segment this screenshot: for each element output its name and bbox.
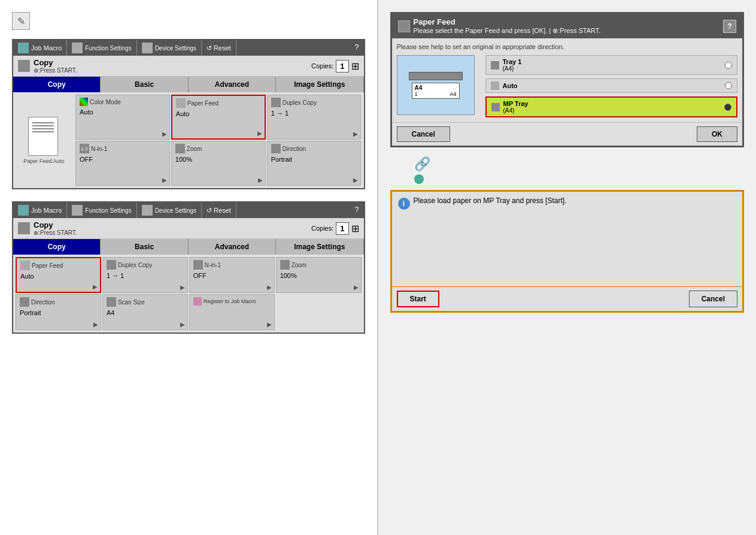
dialog-instruction: Please see help to set an original in ap… bbox=[397, 43, 738, 50]
tab-basic-1[interactable]: Basic bbox=[101, 77, 188, 92]
tabs-1: Copy Basic Advanced Image Settings bbox=[13, 77, 364, 92]
printer-ui-1: Job Macro Function Settings Device Setti… bbox=[12, 39, 365, 189]
copies-value-1: 1 bbox=[336, 60, 348, 72]
option-direction-2[interactable]: Direction Portrait ▶ bbox=[16, 294, 101, 330]
zoom-arrow-1: ▶ bbox=[258, 177, 263, 183]
right-panel: Paper Feed Please select the Paper Feed … bbox=[378, 0, 757, 535]
help-btn-2[interactable]: ? bbox=[350, 202, 363, 218]
preview-label-1: ·Paper Feed:Auto bbox=[22, 158, 65, 164]
tabs-2: Copy Basic Advanced Image Settings bbox=[13, 239, 364, 255]
option-duplex-1[interactable]: Duplex Copy 1 → 1 ▶ bbox=[267, 95, 362, 140]
dialog-body-paper-feed: Please see help to set an original in ap… bbox=[392, 38, 743, 122]
reset-btn-2[interactable]: ↺ Reset bbox=[202, 202, 236, 218]
tab-advanced-1[interactable]: Advanced bbox=[189, 77, 276, 92]
function-settings-btn-2[interactable]: Function Settings bbox=[67, 202, 136, 218]
macro-arrow: ▶ bbox=[267, 321, 272, 328]
info-icon: i bbox=[398, 198, 410, 210]
direction-icon-1 bbox=[271, 144, 281, 153]
job-macro-btn[interactable]: Job Macro bbox=[13, 40, 67, 56]
auto-option[interactable]: Auto bbox=[485, 78, 738, 93]
duplex-arrow-1: ▶ bbox=[353, 131, 358, 137]
status-title-2: Copy bbox=[34, 220, 77, 229]
dialog-paper-icon bbox=[398, 20, 410, 32]
load-paper-dialog: i Please load paper on MP Tray and press… bbox=[390, 190, 745, 313]
status-bar-1: Copy ⊗:Press START. Copies: 1 ⊞ bbox=[13, 56, 364, 77]
job-macro-btn-2[interactable]: Job Macro bbox=[13, 202, 67, 218]
duplex-icon-2 bbox=[107, 260, 116, 270]
cancel-btn-load-paper[interactable]: Cancel bbox=[689, 291, 737, 307]
copies-grid-2: ⊞ bbox=[351, 223, 359, 234]
option-direction-1[interactable]: Direction Portrait ▶ bbox=[267, 141, 362, 186]
status-title-1: Copy bbox=[34, 58, 77, 67]
option-scan-size[interactable]: Scan Size A4 ▶ bbox=[102, 294, 188, 330]
left-panel: ✎ Job Macro Function Settings Device Set… bbox=[0, 0, 377, 535]
direction-arrow-2: ▶ bbox=[93, 321, 98, 328]
device-settings-btn-2[interactable]: Device Settings bbox=[137, 202, 202, 218]
option-duplex-2[interactable]: Duplex Copy 1 → 1 ▶ bbox=[102, 257, 188, 293]
tray-options: Tray 1 (A4) Auto bbox=[485, 55, 738, 117]
option-paper-feed-1[interactable]: Paper Feed Auto ▶ bbox=[171, 95, 266, 140]
duplex-icon-1 bbox=[271, 98, 281, 107]
nin1-icon-2 bbox=[193, 260, 203, 270]
content-1: ·Paper Feed:Auto Color Mode Auto ▶ bbox=[13, 92, 364, 188]
reset-btn[interactable]: ↺ Reset bbox=[202, 40, 236, 56]
option-color-mode[interactable]: Color Mode Auto ▶ bbox=[75, 95, 170, 140]
device-settings-btn[interactable]: Device Settings bbox=[137, 40, 202, 56]
dialog-footer-paper-feed: Cancel OK bbox=[392, 122, 743, 146]
option-zoom-1[interactable]: Zoom 100% ▶ bbox=[171, 141, 266, 186]
tab-advanced-2[interactable]: Advanced bbox=[189, 239, 276, 255]
tray-preview-area: A4 1A4 bbox=[397, 55, 481, 117]
tray-visual: A4 1A4 bbox=[397, 55, 475, 115]
tray-drawer-top bbox=[409, 72, 463, 80]
mp-tray-radio bbox=[724, 104, 731, 111]
dot-icon bbox=[414, 174, 424, 184]
status-bar-2: Copy ⊗:Press START. Copies: 1 ⊞ bbox=[13, 218, 364, 239]
paper-feed-arrow-2: ▶ bbox=[93, 283, 98, 290]
content-2: Paper Feed Auto ▶ Duplex Copy 1 → 1 ▶ bbox=[13, 255, 364, 333]
preview-1: ·Paper Feed:Auto bbox=[13, 92, 73, 188]
device-settings-icon bbox=[142, 43, 153, 53]
option-nin1-2[interactable]: N-in-1 OFF ▶ bbox=[189, 257, 275, 293]
option-paper-feed-2[interactable]: Paper Feed Auto ▶ bbox=[16, 257, 101, 293]
device-settings-icon-2 bbox=[142, 205, 153, 216]
load-paper-body bbox=[392, 214, 743, 286]
tray-paper-display: A4 1A4 bbox=[412, 83, 460, 99]
preview-paper-1 bbox=[28, 117, 58, 156]
function-settings-icon-2 bbox=[72, 205, 83, 216]
nin1-arrow-2: ▶ bbox=[267, 284, 272, 291]
macro-icon bbox=[193, 297, 202, 306]
tray1-icon bbox=[491, 61, 499, 69]
dialog-header-paper-feed: Paper Feed Please select the Paper Feed … bbox=[392, 14, 743, 38]
nin1-icon-1: 1 2 bbox=[80, 144, 89, 153]
paper-feed-icon-2 bbox=[20, 261, 30, 270]
dialog-help-btn[interactable]: ? bbox=[723, 20, 736, 33]
start-btn[interactable]: Start bbox=[397, 291, 439, 307]
option-nin1-1[interactable]: 1 2 N-in-1 OFF ▶ bbox=[75, 141, 170, 186]
options-grid-1: Color Mode Auto ▶ Paper Feed Auto ▶ bbox=[73, 92, 364, 188]
options-row2-2: Direction Portrait ▶ Scan Size A4 ▶ bbox=[16, 294, 362, 330]
function-settings-icon bbox=[72, 43, 83, 53]
auto-icon bbox=[491, 81, 499, 90]
edit-icon: ✎ bbox=[12, 12, 30, 30]
tab-basic-2[interactable]: Basic bbox=[101, 239, 188, 255]
function-settings-btn[interactable]: Function Settings bbox=[67, 40, 136, 56]
job-macro-icon-2 bbox=[18, 205, 29, 216]
auto-radio bbox=[725, 82, 732, 89]
duplex-arrow-2: ▶ bbox=[180, 284, 185, 291]
help-btn-1[interactable]: ? bbox=[350, 40, 363, 56]
ok-btn-paper-feed[interactable]: OK bbox=[697, 126, 737, 142]
direction-icon-2 bbox=[20, 297, 29, 307]
cancel-btn-paper-feed[interactable]: Cancel bbox=[397, 126, 450, 142]
printer-ui-2: Job Macro Function Settings Device Setti… bbox=[12, 201, 365, 334]
tray1-option[interactable]: Tray 1 (A4) bbox=[485, 55, 738, 75]
copies-grid-1: ⊞ bbox=[351, 61, 359, 72]
load-paper-footer: Start Cancel bbox=[392, 286, 743, 311]
option-register-macro[interactable]: Register to Job Macro ▶ bbox=[189, 294, 275, 330]
option-zoom-2[interactable]: Zoom 100% ▶ bbox=[276, 257, 362, 293]
tab-copy-2[interactable]: Copy bbox=[13, 239, 101, 255]
tab-image-settings-1[interactable]: Image Settings bbox=[276, 77, 363, 92]
mp-tray-option[interactable]: MP Tray (A4) bbox=[485, 96, 738, 117]
tab-copy-1[interactable]: Copy bbox=[13, 77, 101, 92]
copies-area-2: Copies: 1 ⊞ bbox=[311, 222, 359, 235]
tab-image-settings-2[interactable]: Image Settings bbox=[276, 239, 363, 255]
